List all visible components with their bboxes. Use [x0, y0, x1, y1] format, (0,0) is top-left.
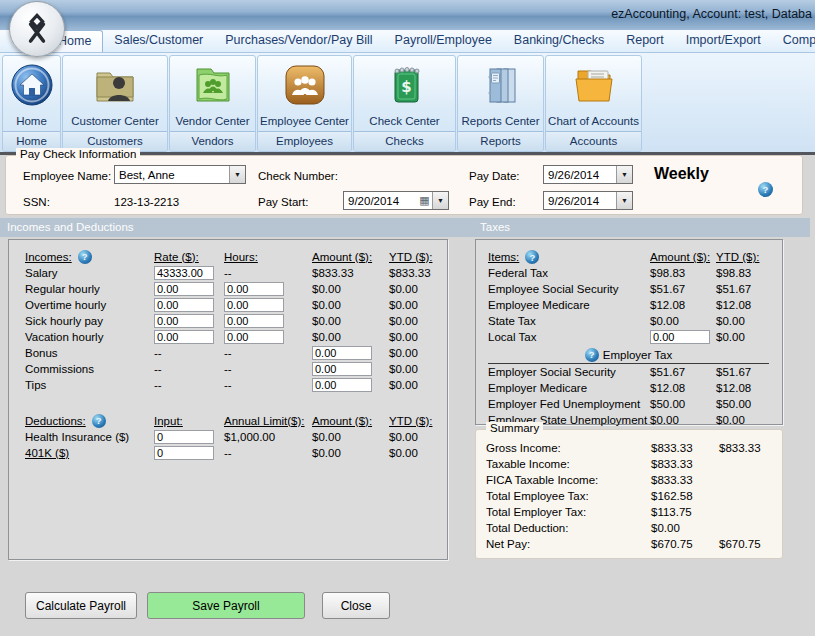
tab-payroll-employee[interactable]: Payroll/Employee	[384, 30, 503, 52]
net-pay-value: $670.75	[651, 538, 719, 550]
commissions-amount-input[interactable]	[312, 362, 372, 376]
paycheck-group-label: Pay Check Information	[16, 148, 140, 160]
summary-row-total-employee-tax: Total Employee Tax:$162.58	[486, 488, 778, 504]
summary-rows: Gross Income:$833.33$833.33Taxable Incom…	[486, 440, 778, 552]
income-row-tips: Tips----$0.00	[25, 377, 444, 393]
401k-input[interactable]	[154, 446, 214, 460]
incomes-deductions-panel: Incomes: Rate ($): Hours: Amount ($): YT…	[8, 239, 448, 560]
window-title: ezAccounting, Account: test, Databa	[611, 7, 812, 21]
svg-text:$: $	[401, 78, 411, 96]
menu-bar: HomeSales/CustomerPurchases/Vendor/Pay B…	[0, 30, 815, 53]
help-icon[interactable]	[758, 182, 773, 197]
check-number-label: Check Number:	[258, 170, 338, 182]
calculate-payroll-button[interactable]: Calculate Payroll	[25, 592, 137, 619]
vacation-hourly-amount-value: $0.00	[312, 331, 389, 343]
customer-center-icon	[63, 56, 167, 113]
chevron-down-icon[interactable]	[616, 192, 632, 209]
sick-hourly-pay-rate-input[interactable]	[154, 314, 214, 328]
overtime-hourly-amount-value: $0.00	[312, 299, 389, 311]
pay-start-datepicker[interactable]: 9/20/2014	[343, 191, 449, 210]
pay-end-value: 9/26/2014	[544, 195, 616, 207]
employer-social-security-ytd-value: $51.67	[716, 366, 779, 378]
tax-row-state-tax: State Tax$0.00$0.00	[488, 313, 779, 329]
amount-header: Amount ($):	[650, 251, 716, 263]
tax-row-employee-social-security: Employee Social Security$51.67$51.67	[488, 281, 779, 297]
help-icon[interactable]	[92, 414, 106, 428]
app-logo-icon[interactable]	[9, 1, 65, 57]
bonus-amount-input[interactable]	[312, 346, 372, 360]
tab-company[interactable]: Company	[772, 30, 815, 52]
calendar-icon[interactable]	[417, 192, 432, 209]
employee-social-security-label: Employee Social Security	[488, 283, 650, 295]
overtime-hourly-rate-input[interactable]	[154, 298, 214, 312]
pay-date-select[interactable]: 9/26/2014	[543, 165, 633, 184]
title-bar: ezAccounting, Account: test, Databa	[0, 0, 815, 30]
home-icon	[3, 56, 60, 113]
salary-rate-input[interactable]	[154, 266, 214, 280]
summary-row-total-deduction: Total Deduction:$0.00	[486, 520, 778, 536]
toolbar-reports-center[interactable]: Reports CenterReports	[457, 55, 544, 152]
sick-hourly-pay-hours-input[interactable]	[224, 314, 284, 328]
app-window: ezAccounting, Account: test, Databa Home…	[0, 0, 815, 636]
local-tax-amount-input[interactable]	[650, 330, 710, 344]
health-insurance-input[interactable]	[154, 430, 214, 444]
commissions-ytd-value: $0.00	[389, 363, 444, 375]
tab-import-export[interactable]: Import/Export	[675, 30, 772, 52]
employee-center-icon	[258, 56, 351, 113]
overtime-hourly-hours-input[interactable]	[224, 298, 284, 312]
federal-tax-amount-value: $98.83	[650, 267, 716, 279]
vacation-hourly-rate-input[interactable]	[154, 330, 214, 344]
sick-hourly-pay-amount-value: $0.00	[312, 315, 389, 327]
pay-end-select[interactable]: 9/26/2014	[543, 191, 633, 210]
incomes-header-row: Incomes: Rate ($): Hours: Amount ($): YT…	[25, 248, 444, 265]
deduction-row-401k: 401K ($)--$0.00$0.00	[25, 445, 444, 461]
incomes-deductions-section-label: Incomes and Deductions	[7, 218, 134, 237]
total-employer-tax-value: $113.75	[651, 506, 719, 518]
employee-name-select[interactable]: Best, Anne	[114, 165, 246, 184]
toolbar-customer-center[interactable]: Customer CenterCustomers	[62, 55, 168, 152]
chevron-down-icon[interactable]	[616, 166, 632, 183]
pay-date-value: 9/26/2014	[544, 169, 616, 181]
toolbar-vendor-center[interactable]: Vendor CenterVendors	[169, 55, 256, 152]
toolbar-employee-center[interactable]: Employee CenterEmployees	[257, 55, 352, 152]
help-icon[interactable]	[525, 250, 539, 264]
employee-social-security-ytd-value: $51.67	[716, 283, 779, 295]
deduction-row-health-insurance: Health Insurance ($)$1,000.00$0.00$0.00	[25, 429, 444, 445]
401k-label[interactable]: 401K ($)	[25, 447, 154, 459]
toolbar-chart-of-accounts[interactable]: Chart of AccountsAccounts	[545, 55, 642, 152]
tab-report[interactable]: Report	[615, 30, 675, 52]
total-deduction-label: Total Deduction:	[486, 522, 651, 534]
vacation-hourly-hours-input[interactable]	[224, 330, 284, 344]
employer-tax-rows: Employer Social Security$51.67$51.67Empl…	[488, 364, 779, 428]
salary-amount-value: $833.33	[312, 267, 389, 279]
toolbar-check-center[interactable]: $Check CenterChecks	[353, 55, 456, 152]
save-payroll-button[interactable]: Save Payroll	[147, 592, 305, 619]
tips-amount-input[interactable]	[312, 378, 372, 392]
tips-label: Tips	[25, 379, 154, 391]
help-icon[interactable]	[585, 348, 599, 362]
local-tax-label: Local Tax	[488, 331, 650, 343]
regular-hourly-rate-input[interactable]	[154, 282, 214, 296]
employer-medicare-label: Employer Medicare	[488, 382, 650, 394]
chevron-down-icon[interactable]	[432, 192, 448, 209]
items-header: Items:	[488, 251, 519, 263]
deductions-header: Deductions:	[25, 415, 86, 427]
tab-banking-checks[interactable]: Banking/Checks	[503, 30, 615, 52]
close-button[interactable]: Close	[322, 592, 390, 619]
employer-fed-unemployment-label: Employer Fed Unemployment	[488, 398, 650, 410]
bonus-rate-value: --	[154, 347, 224, 359]
toolbar-home[interactable]: HomeHome	[2, 55, 61, 152]
summary-row-net-pay: Net Pay:$670.75$670.75	[486, 536, 778, 552]
salary-hours-value: --	[224, 267, 312, 279]
regular-hourly-hours-input[interactable]	[224, 282, 284, 296]
help-icon[interactable]	[78, 250, 92, 264]
input-header: Input:	[154, 415, 224, 427]
pay-end-label: Pay End:	[469, 196, 516, 208]
bonus-hours-value: --	[224, 347, 312, 359]
employer-social-security-amount-value: $51.67	[650, 366, 716, 378]
sick-hourly-pay-label: Sick hourly pay	[25, 315, 154, 327]
federal-tax-label: Federal Tax	[488, 267, 650, 279]
chevron-down-icon[interactable]	[229, 166, 245, 183]
tab-purchases-vendor-pay-bill[interactable]: Purchases/Vendor/Pay Bill	[214, 30, 383, 52]
tab-sales-customer[interactable]: Sales/Customer	[103, 30, 214, 52]
